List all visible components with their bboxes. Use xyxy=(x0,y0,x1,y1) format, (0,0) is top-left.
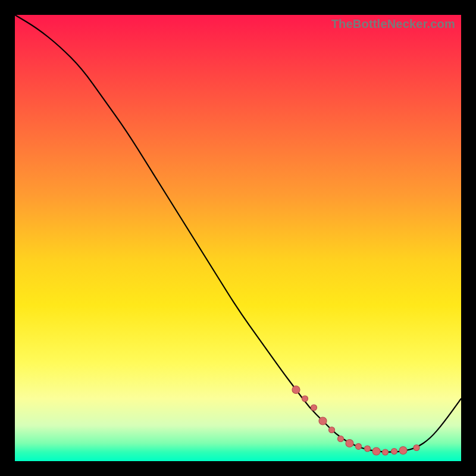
valley-dot xyxy=(338,436,344,442)
valley-dot xyxy=(392,449,397,455)
valley-dot xyxy=(311,405,317,411)
valley-dots-group xyxy=(292,386,419,456)
valley-dot xyxy=(399,447,407,455)
valley-dot xyxy=(319,417,327,425)
valley-dot xyxy=(302,396,308,402)
valley-dot xyxy=(383,449,389,455)
valley-dot xyxy=(292,386,300,394)
valley-dot xyxy=(372,447,380,455)
chart-frame: TheBottleNecker.com xyxy=(0,0,476,476)
valley-dot xyxy=(329,427,335,433)
chart-svg xyxy=(15,15,461,461)
valley-dot xyxy=(356,443,362,449)
valley-dot xyxy=(346,440,353,447)
plot-area: TheBottleNecker.com xyxy=(15,15,461,461)
bottleneck-curve xyxy=(15,15,461,452)
valley-dot xyxy=(365,446,371,452)
valley-dot xyxy=(414,445,419,451)
